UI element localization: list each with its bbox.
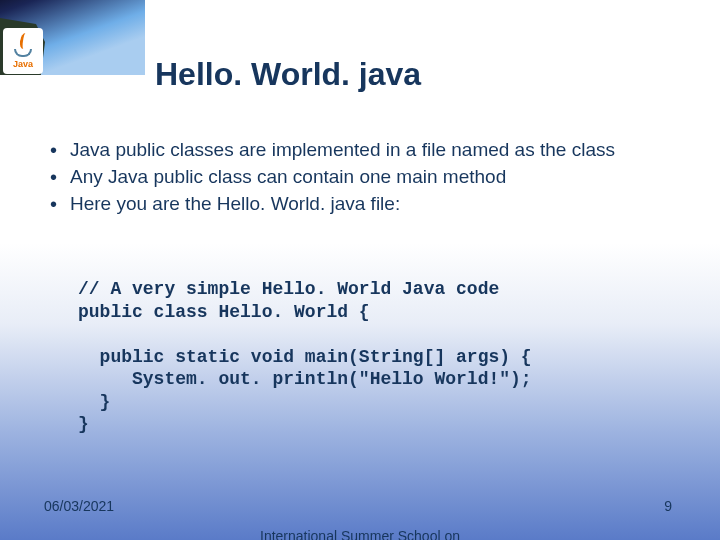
header-scenery-image: Java: [0, 0, 145, 75]
bullet-list: Java public classes are implemented in a…: [48, 138, 680, 218]
code-block: // A very simple Hello. World Java code …: [78, 278, 660, 436]
footer-page-number: 9: [664, 498, 672, 514]
slide-title: Hello. World. java: [155, 56, 421, 93]
footer-venue-line1: International Summer School on: [260, 528, 460, 540]
java-logo-text: Java: [13, 59, 33, 69]
footer-date: 06/03/2021: [44, 498, 114, 514]
bullet-item: Here you are the Hello. World. java file…: [48, 192, 680, 216]
bullet-item: Java public classes are implemented in a…: [48, 138, 680, 162]
java-logo: Java: [3, 28, 43, 74]
footer-venue: International Summer School on Grid Comp…: [0, 528, 720, 540]
steam-icon: [16, 33, 30, 51]
bullet-item: Any Java public class can contain one ma…: [48, 165, 680, 189]
